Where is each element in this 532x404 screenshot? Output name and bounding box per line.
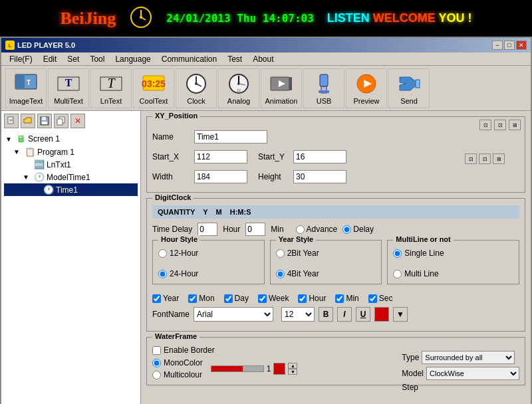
underline-button[interactable]: U: [356, 307, 370, 322]
model-select[interactable]: ClockWise CounterClockWise: [426, 367, 519, 380]
menu-set[interactable]: Set: [62, 53, 84, 65]
menu-test[interactable]: Test: [222, 53, 247, 65]
menu-communication[interactable]: Communication: [156, 53, 222, 65]
12hour-radio[interactable]: [158, 249, 167, 258]
2bit-year-radio[interactable]: [276, 249, 285, 258]
tree-item-screen1[interactable]: ▼ 🖥 Screen 1: [4, 132, 138, 146]
toolbar-lntext[interactable]: T LnText: [90, 68, 132, 108]
step-row: Step: [402, 383, 519, 392]
hour-input[interactable]: [245, 223, 265, 236]
width-row: Width: [152, 170, 247, 183]
week-checkbox[interactable]: [258, 294, 267, 303]
color-spin-up[interactable]: ▲: [288, 363, 297, 369]
mon-check-text: Mon: [199, 294, 214, 303]
time-delay-input[interactable]: [198, 223, 217, 236]
tree-btn-new-file[interactable]: [4, 114, 19, 128]
year-checkbox[interactable]: [152, 294, 161, 303]
multicolour-radio[interactable]: [152, 371, 161, 379]
monocolor-radio[interactable]: [152, 359, 161, 367]
close-button[interactable]: ✕: [516, 41, 527, 50]
toolbar-usb[interactable]: USB: [303, 68, 344, 108]
tree-item-program1[interactable]: ▼ 📋 Program 1: [4, 146, 138, 158]
hour-label: Hour: [223, 225, 240, 234]
menu-file[interactable]: File(F): [4, 53, 38, 65]
min-checkbox[interactable]: [335, 294, 344, 303]
font-size-select[interactable]: 12 14 16: [281, 307, 315, 322]
tree-btn-open[interactable]: [21, 114, 35, 128]
toolbar-imagetext[interactable]: T ImageText: [5, 68, 47, 108]
mon-checkbox[interactable]: [188, 294, 197, 303]
24hour-radio[interactable]: [158, 270, 167, 278]
toolbar-analog[interactable]: 12 Analog: [218, 68, 259, 108]
font-row: FontName Arial Times New Roman Courier N…: [152, 307, 519, 322]
menu-edit[interactable]: Edit: [38, 53, 63, 65]
corner-topleft-icon[interactable]: ⊡: [479, 120, 491, 130]
menu-language[interactable]: Language: [110, 53, 156, 65]
toolbar-multitext[interactable]: T MultiText: [48, 68, 89, 108]
width-input[interactable]: [194, 170, 247, 183]
day-check-text: Day: [235, 294, 249, 303]
enable-border-checkbox[interactable]: [152, 346, 161, 355]
restore-button[interactable]: □: [504, 41, 515, 50]
toolbar-preview[interactable]: Preview: [346, 68, 387, 108]
expand-icon4[interactable]: ▼: [23, 173, 32, 181]
type-row: Type Surrounded by all Left Right: [402, 351, 519, 364]
checkboxes-row: Year Mon Day Week: [152, 294, 519, 303]
min-label: Min: [271, 225, 283, 234]
expand-icon[interactable]: ▼: [5, 136, 15, 143]
single-line-radio[interactable]: [393, 249, 402, 258]
tree-btn-copy[interactable]: [54, 114, 68, 128]
minimize-button[interactable]: −: [492, 41, 503, 50]
waterframe-slider[interactable]: [211, 365, 264, 372]
tree-item-modeltime1[interactable]: ▼ 🕐 ModelTime1: [4, 171, 138, 183]
startx-input[interactable]: [194, 150, 247, 163]
tree-item-time1[interactable]: 🕐 Time1: [4, 183, 138, 196]
delay-radio[interactable]: [342, 225, 351, 234]
led-clock-graphic: [129, 5, 153, 31]
expand-icon2[interactable]: ▼: [13, 148, 23, 155]
height-input[interactable]: [293, 170, 346, 183]
italic-button[interactable]: I: [337, 307, 352, 322]
tree-item-lntxt1[interactable]: 🔤 LnTxt1: [4, 158, 138, 171]
corner-full-icon[interactable]: ⊞: [509, 120, 521, 130]
tree-btn-save[interactable]: [37, 114, 52, 128]
menu-bar: File(F) Edit Set Tool Language Communica…: [1, 52, 531, 66]
tree-btn-delete[interactable]: ✕: [70, 114, 85, 128]
type-select[interactable]: Surrounded by all Left Right: [422, 351, 515, 364]
svg-text:T: T: [107, 76, 116, 90]
toolbar-send[interactable]: Send: [388, 68, 430, 108]
color-dropdown-btn[interactable]: ▼: [393, 307, 408, 322]
sec-checkbox[interactable]: [368, 294, 377, 303]
menu-about[interactable]: About: [247, 53, 279, 65]
name-row: Name: [152, 130, 267, 144]
corner-resize2-icon[interactable]: ⊡: [479, 153, 491, 164]
program1-label: Program 1: [37, 148, 74, 157]
color-spin-down[interactable]: ▼: [288, 369, 297, 375]
type-label: Type: [402, 353, 419, 362]
bold-button[interactable]: B: [319, 307, 333, 322]
cooltext-label: CoolText: [140, 97, 168, 105]
delay-text: Delay: [353, 225, 374, 234]
svg-rect-7: [15, 74, 25, 89]
toolbar-animation[interactable]: Animation: [261, 68, 302, 108]
hour-checkbox[interactable]: [298, 294, 307, 303]
format-label-hms: H:M:S: [230, 208, 251, 216]
multitext-label: MultiText: [54, 97, 82, 105]
font-select[interactable]: Arial Times New Roman Courier New: [194, 307, 273, 322]
corner-topright-icon[interactable]: ⊡: [494, 120, 506, 130]
day-checkbox[interactable]: [224, 294, 233, 303]
monocolor-text: MonoColor: [164, 358, 203, 367]
font-color-picker[interactable]: [374, 307, 389, 322]
corner-resize1-icon[interactable]: ⊡: [465, 153, 477, 164]
starty-input[interactable]: [293, 150, 346, 163]
digital-clock-title: DigitClock: [152, 193, 194, 201]
4bit-year-radio[interactable]: [276, 270, 285, 278]
corner-resize3-icon[interactable]: ⊞: [493, 153, 505, 164]
toolbar-cooltext[interactable]: 03:25 CoolText: [133, 68, 174, 108]
multi-line-radio[interactable]: [393, 270, 402, 278]
name-input[interactable]: [194, 130, 267, 144]
menu-tool[interactable]: Tool: [84, 53, 110, 65]
advance-radio[interactable]: [296, 225, 305, 234]
toolbar-clock[interactable]: Clock: [176, 68, 217, 108]
waterframe-color-box[interactable]: [273, 363, 285, 375]
